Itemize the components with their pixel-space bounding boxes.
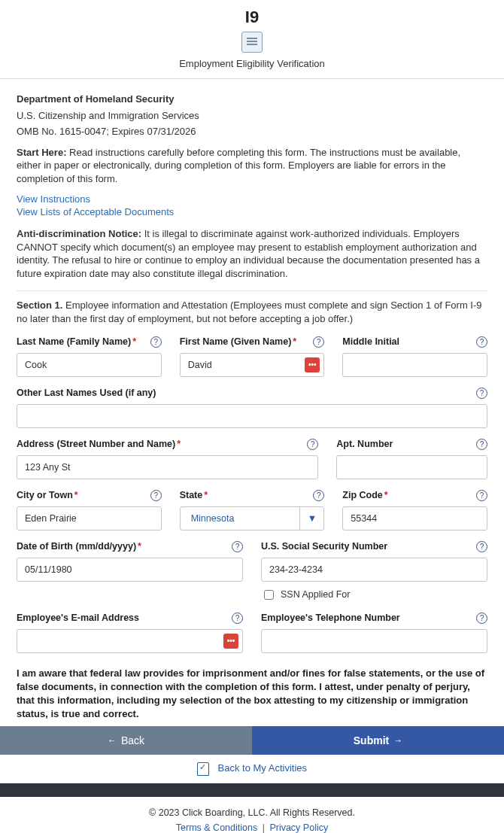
chevron-down-icon: ▼ (299, 507, 323, 530)
phone-label: Employee's Telephone Number (261, 613, 487, 623)
divider (17, 290, 487, 291)
page-title: I9 (0, 8, 504, 27)
dept-line: Department of Homeland Security (17, 93, 487, 106)
back-to-activities: Back to My Activities (0, 755, 504, 783)
separator: | (263, 822, 265, 833)
help-icon[interactable]: ? (150, 490, 162, 501)
address-label: Address (Street Number and Name) (17, 439, 175, 449)
section1-paragraph: Section 1. Employee information and Atte… (17, 299, 487, 325)
arrow-right-icon: → (393, 735, 402, 746)
field-badge-icon[interactable]: ••• (223, 634, 238, 649)
submit-button[interactable]: Submit → (252, 726, 504, 755)
email-input[interactable] (17, 629, 243, 653)
help-icon[interactable]: ? (476, 439, 487, 450)
help-icon[interactable]: ? (476, 613, 487, 624)
apt-input[interactable] (336, 455, 487, 479)
form-scroll-area[interactable]: Department of Homeland Security U.S. Cit… (0, 79, 504, 726)
help-icon[interactable]: ? (232, 613, 243, 624)
start-here-text: Read instructions carefully before compl… (17, 147, 460, 184)
other-names-input[interactable] (17, 404, 487, 428)
help-icon[interactable]: ? (307, 439, 318, 450)
field-city: City or Town* ? (17, 490, 162, 531)
page-subtitle: Employment Eligibility Verification (0, 58, 504, 69)
help-icon[interactable]: ? (313, 336, 324, 348)
field-dob: Date of Birth (mm/dd/yyyy)* ? (17, 541, 243, 602)
start-here-label: Start Here: (17, 147, 66, 158)
field-middle-initial: Middle Initial ? (342, 336, 487, 377)
field-email: Employee's E-mail Address ? ••• (17, 613, 243, 653)
field-phone: Employee's Telephone Number ? (261, 613, 487, 653)
help-icon[interactable]: ? (476, 336, 487, 348)
help-icon[interactable]: ? (150, 336, 162, 348)
state-select[interactable]: Minnesota ▼ (180, 506, 325, 531)
dob-label: Date of Birth (mm/dd/yyyy) (17, 541, 136, 552)
dob-input[interactable] (17, 558, 243, 582)
last-name-label: Last Name (Family Name) (17, 336, 131, 347)
mi-input[interactable] (342, 353, 487, 377)
back-button-label: Back (121, 734, 144, 746)
anti-label: Anti-discrimination Notice: (17, 228, 141, 239)
phone-input[interactable] (261, 629, 487, 653)
first-name-input[interactable] (180, 353, 325, 377)
start-here-paragraph: Start Here: Read instructions carefully … (17, 146, 487, 186)
state-label: State (180, 490, 203, 500)
state-value: Minnesota (188, 513, 235, 524)
footer: © 2023 Click Boarding, LLC. All Rights R… (0, 797, 504, 833)
field-ssn: U.S. Social Security Number ? SSN Applie… (261, 541, 487, 602)
other-names-label: Other Last Names Used (if any) (17, 388, 487, 398)
help-icon[interactable]: ? (313, 490, 324, 501)
button-bar: ← Back Submit → (0, 726, 504, 755)
clipboard-check-icon (197, 762, 209, 776)
section1-text: Employee information and Attestation (Em… (17, 299, 482, 324)
zip-input[interactable] (342, 506, 487, 531)
view-lists-link[interactable]: View Lists of Acceptable Documents (17, 206, 174, 217)
agency-line: U.S. Citizenship and Immigration Service… (17, 109, 487, 123)
anti-discrimination-paragraph: Anti-discrimination Notice: It is illega… (17, 227, 487, 280)
field-first-name: First Name (Given Name)* ? ••• (180, 336, 325, 377)
first-name-label: First Name (Given Name) (180, 336, 292, 347)
last-name-input[interactable] (17, 353, 162, 377)
privacy-link[interactable]: Privacy Policy (269, 822, 328, 833)
submit-button-label: Submit (354, 734, 389, 746)
address-input[interactable] (17, 455, 318, 479)
zip-label: Zip Code (342, 490, 382, 500)
help-icon[interactable]: ? (232, 541, 243, 552)
field-address: Address (Street Number and Name)* ? (17, 439, 318, 479)
field-last-name: Last Name (Family Name)* ? (17, 336, 162, 377)
help-icon[interactable]: ? (476, 541, 487, 552)
field-badge-icon[interactable]: ••• (305, 357, 320, 372)
email-label: Employee's E-mail Address (17, 613, 243, 623)
field-other-names: Other Last Names Used (if any) ? (17, 388, 487, 428)
arrow-left-icon: ← (108, 735, 117, 746)
city-label: City or Town (17, 490, 73, 500)
ssn-applied-checkbox[interactable] (264, 590, 274, 600)
view-instructions-link[interactable]: View Instructions (17, 193, 90, 205)
omb-line: OMB No. 1615-0047; Expires 07/31/2026 (17, 125, 487, 138)
ssn-input[interactable] (261, 558, 487, 582)
copyright: © 2023 Click Boarding, LLC. All Rights R… (0, 807, 504, 818)
field-apt: Apt. Number ? (336, 439, 487, 479)
mi-label: Middle Initial (342, 336, 487, 347)
ssn-label: U.S. Social Security Number (261, 541, 487, 552)
section1-label: Section 1. (17, 299, 62, 311)
help-icon[interactable]: ? (476, 490, 487, 501)
document-icon (241, 32, 263, 53)
footer-bar (0, 783, 504, 797)
help-icon[interactable]: ? (476, 388, 487, 399)
terms-link[interactable]: Terms & Conditions (176, 822, 257, 833)
ssn-applied-label: SSN Applied For (281, 589, 350, 600)
field-state: State* ? Minnesota ▼ (180, 490, 325, 531)
field-zip: Zip Code* ? (342, 490, 487, 531)
back-button[interactable]: ← Back (0, 726, 252, 755)
attestation-text: I am aware that federal law provides for… (17, 667, 487, 722)
apt-label: Apt. Number (336, 439, 487, 449)
back-activities-link[interactable]: Back to My Activities (218, 762, 307, 774)
city-input[interactable] (17, 506, 162, 531)
page-header: I9 Employment Eligibility Verification (0, 0, 504, 79)
